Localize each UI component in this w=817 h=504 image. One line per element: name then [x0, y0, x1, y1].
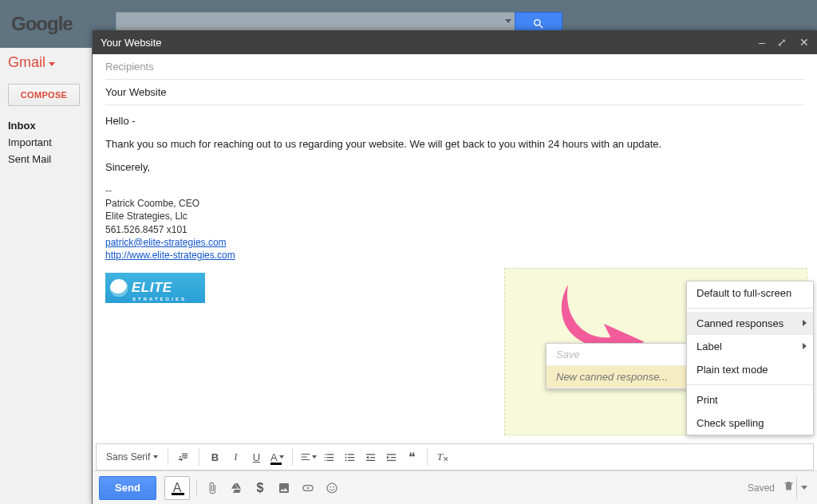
indent-less-button[interactable]: [360, 447, 381, 467]
menu-label[interactable]: Label: [687, 335, 813, 358]
menu-label-text: Label: [697, 341, 722, 352]
menu-check-spelling[interactable]: Check spelling: [687, 411, 813, 435]
svg-point-2: [345, 453, 346, 455]
bullet-list-button[interactable]: [339, 447, 360, 467]
svg-point-5: [327, 483, 337, 493]
signature-divider: --: [105, 184, 804, 197]
body-signoff: Sincerely,: [105, 161, 804, 173]
recipients-field[interactable]: Recipients: [105, 54, 804, 80]
signature-name: Patrick Coombe, CEO: [105, 197, 804, 210]
minimize-icon[interactable]: –: [759, 36, 765, 49]
font-family-select[interactable]: Sans Serif: [101, 451, 163, 463]
svg-text:т: т: [179, 454, 182, 461]
compose-fields: Recipients Your Website: [93, 54, 817, 105]
numbered-list-button[interactable]: [318, 447, 339, 467]
insert-drive-button[interactable]: [224, 476, 248, 500]
compose-action-bar: Send A $ Saved: [93, 471, 817, 504]
attach-file-button[interactable]: [200, 476, 224, 500]
chevron-down-icon: [153, 455, 158, 459]
close-icon[interactable]: ✕: [799, 36, 809, 49]
search-icon: [532, 18, 545, 30]
signature-email[interactable]: patrick@elite-strategies.com: [105, 237, 227, 248]
menu-canned-responses[interactable]: Canned responses: [687, 312, 813, 335]
remove-format-button[interactable]: T✕: [432, 447, 453, 467]
svg-point-7: [333, 486, 334, 487]
compose-body[interactable]: Hello - Thank you so much for reaching o…: [93, 105, 817, 443]
compose-title: Your Website: [101, 37, 749, 49]
submenu-save: Save: [547, 344, 689, 366]
sidebar-links: Inbox Important Sent Mail: [8, 117, 92, 167]
menu-plain-text[interactable]: Plain text mode: [687, 358, 813, 381]
indent-more-button[interactable]: [381, 447, 401, 467]
font-size-button[interactable]: тт: [173, 447, 194, 467]
menu-print[interactable]: Print: [687, 388, 813, 411]
insert-emoji-button[interactable]: [320, 476, 344, 500]
saved-status: Saved: [748, 482, 775, 494]
align-button[interactable]: [298, 447, 318, 467]
body-greeting: Hello -: [105, 115, 804, 127]
signature-block: -- Patrick Coombe, CEO Elite Strategies,…: [105, 184, 804, 262]
italic-button[interactable]: I: [225, 447, 246, 467]
chevron-right-icon: [803, 343, 807, 349]
menu-divider: [687, 384, 813, 385]
canned-submenu: Save New canned response...: [546, 343, 689, 389]
svg-point-3: [345, 456, 346, 458]
sidebar-item-important[interactable]: Important: [8, 134, 92, 151]
toolbar-separator: [196, 479, 197, 497]
toggle-formatting-button[interactable]: A: [164, 476, 190, 500]
menu-canned-label: Canned responses: [697, 317, 783, 329]
menu-fullscreen[interactable]: Default to full-screen: [687, 282, 813, 305]
toolbar-separator: [199, 448, 199, 466]
quote-button[interactable]: ❝: [401, 447, 422, 467]
svg-point-4: [345, 459, 346, 461]
gmail-label: Gmail: [8, 54, 45, 71]
gmail-brand[interactable]: Gmail: [8, 54, 92, 71]
font-family-label: Sans Serif: [106, 451, 150, 463]
left-sidebar: Gmail COMPOSE Inbox Important Sent Mail: [0, 48, 92, 504]
compose-button[interactable]: COMPOSE: [8, 84, 80, 106]
sidebar-item-sentmail[interactable]: Sent Mail: [8, 151, 92, 167]
chevron-right-icon: [803, 320, 807, 326]
formatting-toolbar: Sans Serif тт B I U A ❝ T✕: [96, 443, 814, 471]
toolbar-separator: [427, 448, 428, 466]
search-dropdown-icon[interactable]: [505, 19, 511, 23]
compose-window: Your Website – ⤢ ✕ Recipients Your Websi…: [93, 30, 817, 504]
toolbar-separator: [292, 448, 293, 466]
google-logo: Google: [11, 8, 73, 35]
submenu-new-canned[interactable]: New canned response...: [547, 366, 689, 388]
body-line1: Thank you so much for reaching out to us…: [105, 138, 804, 150]
logo-subtext: STRATEGIES: [132, 297, 187, 301]
compose-header[interactable]: Your Website – ⤢ ✕: [93, 30, 817, 54]
signature-phone: 561.526.8457 x101: [105, 223, 804, 236]
signature-url[interactable]: http://www.elite-strategies.com: [105, 250, 235, 261]
discard-button[interactable]: [783, 480, 795, 495]
insert-money-button[interactable]: $: [248, 476, 272, 500]
svg-point-6: [330, 486, 331, 487]
insert-photo-button[interactable]: [272, 476, 296, 500]
chevron-down-icon: [801, 486, 807, 490]
menu-divider: [687, 308, 813, 309]
underline-button[interactable]: U: [246, 447, 266, 467]
insert-link-button[interactable]: [296, 476, 320, 500]
more-options-button[interactable]: [796, 477, 811, 499]
company-logo: ELITE STRATEGIES: [105, 273, 205, 303]
toolbar-separator: [168, 448, 168, 466]
chevron-down-icon: [49, 62, 55, 66]
signature-company: Elite Strategies, Llc: [105, 210, 804, 222]
logo-text: ELITE: [132, 282, 172, 293]
compose-more-menu: Default to full-screen Canned responses …: [686, 281, 814, 435]
sidebar-item-inbox[interactable]: Inbox: [8, 117, 92, 134]
bold-button[interactable]: B: [204, 447, 225, 467]
expand-icon[interactable]: ⤢: [777, 36, 787, 49]
subject-field[interactable]: Your Website: [105, 80, 804, 105]
send-button[interactable]: Send: [99, 476, 156, 500]
text-color-button[interactable]: A: [266, 447, 287, 467]
logo-sphere-icon: [110, 279, 128, 297]
